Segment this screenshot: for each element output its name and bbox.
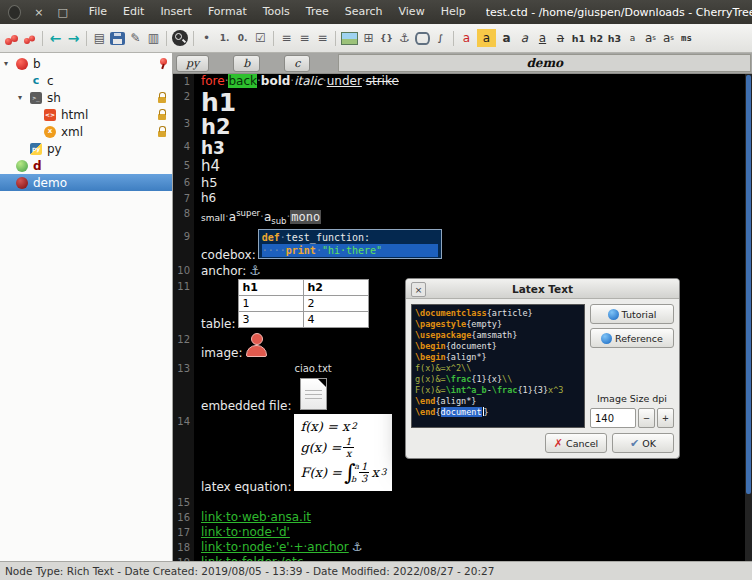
superscript-icon[interactable]: a	[643, 29, 658, 47]
dialog-close-button[interactable]: ×	[411, 282, 426, 297]
link-to-node-d[interactable]: link·to·node·'d'	[201, 525, 290, 539]
insert-image-icon[interactable]	[341, 32, 358, 45]
close-window-button[interactable]: ×	[33, 6, 45, 19]
node-status-icon	[157, 142, 168, 155]
bullet-list-icon[interactable]: •	[199, 29, 214, 47]
latex-source-editor[interactable]: \documentclass{article} \pagestyle{empty…	[411, 304, 585, 428]
recent-node-button-py[interactable]: py	[176, 55, 209, 72]
insert-anchor-icon[interactable]: ⚓	[397, 29, 412, 47]
cherries-icon[interactable]	[4, 30, 19, 46]
tree-panel-toggle-icon[interactable]: ▤	[92, 29, 107, 47]
align-center-icon[interactable]: ≡	[297, 29, 312, 47]
menu-tree[interactable]: Tree	[298, 0, 337, 24]
link-to-web-ansa[interactable]: link·to·web·ansa.it	[201, 510, 311, 524]
save-icon[interactable]	[110, 32, 125, 45]
menu-edit[interactable]: Edit	[115, 0, 152, 24]
menu-help[interactable]: Help	[433, 0, 474, 24]
tree-node-sh[interactable]: ▾ >_ sh	[0, 89, 172, 106]
h1-icon[interactable]: h1	[571, 29, 586, 47]
tree-node-c[interactable]: c c	[0, 72, 172, 89]
small-text-icon[interactable]: a	[625, 29, 640, 47]
monospace-icon[interactable]: ms	[679, 29, 694, 47]
bg-color-icon[interactable]: a	[477, 29, 496, 47]
link-to-folder-etc[interactable]: link·to·folder·/etc	[201, 555, 303, 561]
tutorial-icon	[608, 309, 619, 320]
text-segment: small	[201, 213, 225, 223]
editor-line: 19 link·to·folder·/etc	[173, 555, 745, 561]
text-segment: strike	[366, 74, 399, 88]
tree-node-demo[interactable]: demo	[0, 174, 172, 191]
eq-f-exponent: 2	[351, 419, 357, 434]
line-number: 8	[173, 206, 194, 221]
menu-search[interactable]: Search	[337, 0, 391, 24]
tree-node-xml[interactable]: x xml	[0, 123, 172, 140]
go-forward-icon[interactable]: →	[66, 29, 81, 47]
fg-color-icon[interactable]: a	[459, 29, 474, 47]
nodes-expand-icon[interactable]: ▥	[146, 29, 161, 47]
bold-icon[interactable]: a	[499, 29, 514, 47]
underline-icon[interactable]: a	[535, 29, 550, 47]
latex-equation-image[interactable]: f(x) = x2 g(x) =1x F(x) =∫ab13x3	[294, 414, 392, 491]
link-to-node-e-anchor[interactable]: link·to·node·'e'·+·anchor	[201, 540, 349, 554]
tree-node-b[interactable]: ▾ b	[0, 55, 172, 72]
align-left-icon[interactable]: ≡	[279, 29, 294, 47]
dpi-increase-button[interactable]: +	[657, 408, 674, 428]
anchor-icon[interactable]: ⚓	[249, 263, 261, 278]
cancel-button[interactable]: ✗ Cancel	[545, 433, 607, 453]
line-number: 17	[173, 525, 194, 540]
ok-button[interactable]: ✔ OK	[612, 433, 674, 453]
go-back-icon[interactable]: ←	[48, 29, 63, 47]
node-tree-panel[interactable]: ▾ b c c ▾ >_ sh	[0, 53, 173, 561]
text-segment: F(x)&=	[415, 385, 446, 395]
toolbar: ←→▤✎▥•1.0.☑≡≡≡⊞{}⚓∫aaaaaah1h2h3aaams	[0, 24, 752, 53]
reference-button[interactable]: Reference	[590, 328, 674, 348]
codebox[interactable]: def·test_function:····print·"hi·there"	[258, 229, 442, 259]
embedded-image-person[interactable]	[245, 332, 268, 357]
find-icon[interactable]	[172, 30, 188, 46]
eq-F-fraction: 13	[359, 461, 369, 484]
strikethrough-icon[interactable]: a	[553, 29, 568, 47]
todo-list-icon[interactable]: 0.	[235, 29, 250, 47]
text-segment: back	[228, 74, 257, 88]
subscript-icon[interactable]: a	[661, 29, 676, 47]
maximize-window-button[interactable]: □	[57, 6, 69, 19]
scrollbar-thumb[interactable]	[746, 75, 751, 494]
embedded-table[interactable]: h1 h2 1 2 3	[238, 279, 369, 328]
latex-code-line: \documentclass{article}	[415, 308, 581, 319]
recent-node-button-b[interactable]: b	[233, 55, 260, 72]
tree-node-html[interactable]: <> html	[0, 106, 172, 123]
tree-node-py[interactable]: py py	[0, 140, 172, 157]
recent-node-button-c[interactable]: c	[284, 55, 310, 72]
h2-icon[interactable]: h2	[589, 29, 604, 47]
italic-icon[interactable]: a	[517, 29, 532, 47]
h1-sample: h1	[201, 88, 236, 117]
tutorial-button[interactable]: Tutorial	[590, 304, 674, 324]
h3-icon[interactable]: h3	[607, 29, 622, 47]
align-right-icon[interactable]: ≡	[315, 29, 330, 47]
numbered-list-icon[interactable]: 1.	[217, 29, 232, 47]
window-menu-icon[interactable]	[8, 5, 21, 20]
insert-latex-icon[interactable]: ∫	[433, 29, 448, 47]
tree-node-d[interactable]: d	[0, 157, 172, 174]
menu-view[interactable]: View	[391, 0, 433, 24]
eq-f: f(x) = x	[300, 419, 349, 434]
editor-scrollbar[interactable]	[745, 74, 752, 561]
expander-arrow[interactable]: ▾	[4, 59, 16, 68]
embedded-file[interactable]: ciao.txt	[294, 361, 331, 410]
cherries-add-icon[interactable]	[23, 31, 36, 45]
menu-insert[interactable]: Insert	[152, 0, 200, 24]
menu-tools[interactable]: Tools	[255, 0, 298, 24]
dpi-input[interactable]: 140	[590, 408, 636, 428]
insert-codebox-icon[interactable]: {}	[379, 29, 394, 47]
text-segment: {align*}	[435, 396, 476, 406]
expander-arrow[interactable]: ▾	[18, 93, 30, 102]
insert-table-icon[interactable]: ⊞	[361, 29, 376, 47]
dpi-decrease-button[interactable]: −	[638, 408, 655, 428]
cancel-label: Cancel	[566, 438, 598, 449]
menu-format[interactable]: Format	[200, 0, 255, 24]
menu-file[interactable]: File	[81, 0, 115, 24]
node-edit-icon[interactable]: ✎	[128, 29, 143, 47]
insert-link-icon[interactable]	[415, 32, 430, 45]
tutorial-label: Tutorial	[622, 309, 657, 320]
checklist-icon[interactable]: ☑	[253, 29, 268, 47]
